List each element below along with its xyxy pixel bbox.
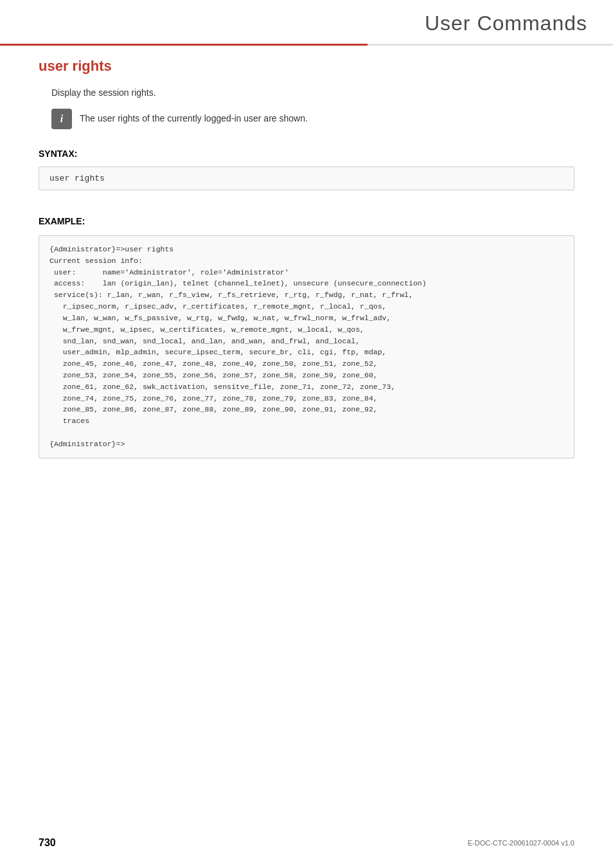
page-header-title: User Commands [425, 12, 587, 35]
header-rule [0, 44, 613, 46]
info-box: i The user rights of the currently logge… [51, 108, 574, 129]
footer-doc-ref: E-DOC-CTC-20061027-0004 v1.0 [468, 839, 574, 847]
footer: 730 E-DOC-CTC-20061027-0004 v1.0 [39, 837, 574, 849]
footer-page-number: 730 [39, 837, 56, 849]
page-content: user rights Display the session rights. … [0, 0, 613, 497]
info-box-text: The user rights of the currently logged-… [80, 108, 308, 125]
example-heading: EXAMPLE: [39, 216, 574, 226]
section-title: user rights [39, 58, 574, 75]
info-icon: i [51, 109, 72, 129]
example-code-block: {Administrator}=>user rights Current ses… [39, 235, 574, 458]
description-text: Display the session rights. [51, 87, 574, 98]
syntax-code-block: user rights [39, 167, 574, 190]
syntax-heading: SYNTAX: [39, 149, 574, 159]
